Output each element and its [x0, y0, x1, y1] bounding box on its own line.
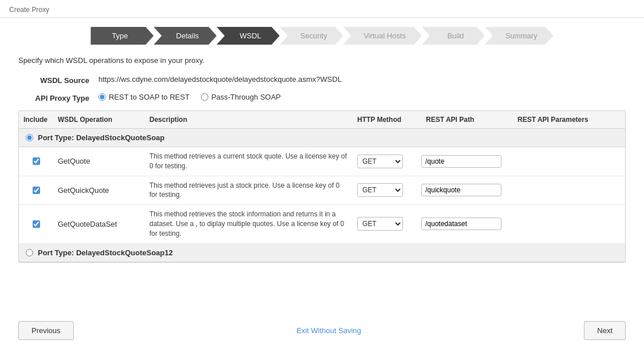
col-rest-path: REST API Path — [421, 114, 513, 125]
step-label-virtual-hosts[interactable]: Virtual Hosts — [343, 27, 421, 45]
getquote-include[interactable] — [19, 157, 53, 165]
getquickquote-method[interactable]: GET POST PUT DELETE — [353, 183, 421, 197]
getquotedataset-path-input[interactable] — [421, 217, 501, 230]
getquotedataset-checkbox[interactable] — [33, 220, 40, 228]
exit-without-saving-link[interactable]: Exit Without Saving — [297, 326, 361, 335]
footer: Previous Exit Without Saving Next — [0, 313, 644, 348]
app-header: Create Proxy — [0, 0, 644, 18]
getquickquote-method-select[interactable]: GET POST PUT DELETE — [357, 183, 403, 197]
getquote-method[interactable]: GET POST PUT DELETE — [353, 155, 421, 168]
radio-pass-through[interactable]: Pass-Through SOAP — [201, 93, 280, 101]
wsdl-source-row: WSDL Source https://ws.cdyne.com/delayed… — [18, 75, 626, 85]
port-type-soap12-label: Port Type: DelayedStockQuoteSoap12 — [38, 248, 173, 257]
getquotedataset-method[interactable]: GET POST PUT DELETE — [353, 217, 421, 231]
page-title: Create Proxy — [9, 6, 49, 14]
getquickquote-checkbox[interactable] — [33, 187, 40, 194]
getquickquote-path[interactable] — [421, 184, 513, 196]
step-label-type[interactable]: Type — [90, 27, 153, 45]
getquotedataset-desc: This method retrieves the stock informat… — [145, 209, 353, 238]
operations-table: Include WSDL Operation Description HTTP … — [18, 110, 626, 263]
col-rest-params: REST API Parameters — [513, 114, 616, 125]
getquote-checkbox[interactable] — [33, 157, 40, 165]
getquickquote-include[interactable] — [19, 187, 53, 194]
table-row: GetQuickQuote This method retrieves just… — [19, 176, 625, 205]
port-type-soap12-radio[interactable] — [26, 249, 33, 256]
wizard-step-security[interactable]: Security — [279, 27, 343, 45]
port-type-soap12[interactable]: Port Type: DelayedStockQuoteSoap12 — [19, 244, 625, 262]
getquotedataset-name: GetQuoteDataSet — [53, 220, 145, 228]
radio-pass-through-label: Pass-Through SOAP — [211, 93, 280, 101]
main-content: Specify which WSDL operations to expose … — [0, 56, 644, 263]
wizard-step-build[interactable]: Build — [422, 27, 485, 45]
table-header: Include WSDL Operation Description HTTP … — [19, 111, 625, 129]
radio-rest-to-soap-label: REST to SOAP to REST — [109, 93, 189, 101]
page-description: Specify which WSDL operations to expose … — [18, 56, 626, 65]
getquotedataset-method-select[interactable]: GET POST PUT DELETE — [357, 217, 403, 231]
getquote-desc: This method retrieves a current stock qu… — [145, 152, 353, 171]
wizard-step-virtual-hosts[interactable]: Virtual Hosts — [343, 27, 421, 45]
step-label-build[interactable]: Build — [422, 27, 485, 45]
getquotedataset-path[interactable] — [421, 217, 513, 230]
wizard-step-type[interactable]: Type — [90, 27, 153, 45]
wsdl-source-value: https://ws.cdyne.com/delayedstockquote/d… — [98, 75, 342, 84]
next-button[interactable]: Next — [584, 321, 626, 340]
getquotedataset-include[interactable] — [19, 220, 53, 228]
getquote-path[interactable] — [421, 155, 513, 168]
wizard-step-details[interactable]: Details — [153, 27, 216, 45]
port-type-soap[interactable]: Port Type: DelayedStockQuoteSoap — [19, 129, 625, 147]
table-row: GetQuote This method retrieves a current… — [19, 147, 625, 176]
col-include: Include — [19, 114, 53, 125]
api-proxy-type-label: API Proxy Type — [18, 93, 98, 102]
getquickquote-desc: This method retrieves just a stock price… — [145, 181, 353, 200]
wsdl-source-label: WSDL Source — [18, 75, 98, 85]
getquote-name: GetQuote — [53, 157, 145, 165]
radio-rest-to-soap-input[interactable] — [98, 93, 106, 101]
port-type-soap-radio[interactable] — [26, 134, 33, 141]
getquickquote-name: GetQuickQuote — [53, 186, 145, 195]
col-wsdl-op: WSDL Operation — [53, 114, 145, 125]
previous-button[interactable]: Previous — [18, 321, 74, 340]
port-type-soap-label: Port Type: DelayedStockQuoteSoap — [38, 133, 165, 142]
getquote-method-select[interactable]: GET POST PUT DELETE — [357, 155, 403, 168]
wizard-step-summary[interactable]: Summary — [485, 27, 554, 45]
wizard-nav: Type Details WSDL Security Virtual Hosts… — [0, 18, 644, 56]
step-label-summary[interactable]: Summary — [485, 27, 554, 45]
step-label-security[interactable]: Security — [279, 27, 343, 45]
radio-rest-to-soap[interactable]: REST to SOAP to REST — [98, 93, 189, 101]
col-http-method: HTTP Method — [353, 114, 421, 125]
proxy-type-radio-group: REST to SOAP to REST Pass-Through SOAP — [98, 93, 281, 101]
radio-pass-through-input[interactable] — [201, 93, 208, 101]
wizard-step-wsdl[interactable]: WSDL — [216, 27, 279, 45]
getquickquote-path-input[interactable] — [421, 184, 501, 196]
table-row: GetQuoteDataSet This method retrieves th… — [19, 205, 625, 243]
step-label-details[interactable]: Details — [153, 27, 216, 45]
col-description: Description — [145, 114, 353, 125]
step-label-wsdl[interactable]: WSDL — [216, 27, 279, 45]
getquote-path-input[interactable] — [421, 155, 501, 168]
col-scroll-spacer — [616, 114, 625, 125]
api-proxy-type-row: API Proxy Type REST to SOAP to REST Pass… — [18, 93, 626, 102]
